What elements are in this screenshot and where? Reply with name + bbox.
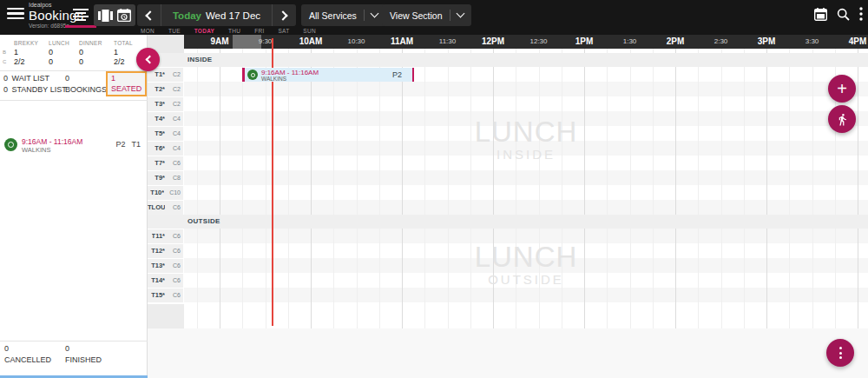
- search-icon[interactable]: [837, 8, 850, 21]
- table-capacity: C4: [170, 145, 181, 151]
- wait-list-label: WAIT LIST: [12, 74, 50, 83]
- grid-row-t3[interactable]: [184, 96, 868, 111]
- grid-row-t4[interactable]: [184, 111, 868, 126]
- grid-row-t12[interactable]: [184, 243, 868, 258]
- day-strip-item[interactable]: TUE: [168, 28, 181, 35]
- grid-row-t5[interactable]: [184, 126, 868, 141]
- table-name: T3*: [155, 100, 165, 108]
- grid-row-t13[interactable]: [184, 258, 868, 273]
- finished-filter[interactable]: 0 FINISHED: [65, 343, 102, 365]
- time-tick: 1PM: [565, 35, 603, 49]
- table-label-t6[interactable]: T6*C4: [148, 142, 183, 156]
- table-label-t11[interactable]: T11*C6: [148, 229, 183, 243]
- sidebar: BREKKY LUNCH DINNER TOTAL B 1 0 0 1 C 2/…: [0, 35, 148, 378]
- table-label-t14[interactable]: T14*C6: [148, 274, 183, 288]
- table-label-t13[interactable]: T13*C6: [148, 259, 183, 273]
- add-walkin-button[interactable]: [828, 105, 856, 133]
- timeline-grid[interactable]: [184, 49, 868, 328]
- time-tick: 4PM: [838, 35, 868, 49]
- grid-line: [721, 49, 722, 328]
- time-tick: 10AM: [292, 35, 330, 49]
- table-label-t10[interactable]: T10*C10: [148, 186, 183, 200]
- chevron-left-icon: [145, 56, 154, 64]
- grid-line: [653, 49, 654, 328]
- time-tick: 1:30: [611, 35, 649, 49]
- button-divider: [364, 10, 365, 21]
- booking-list-item[interactable]: 9:16AM - 11:16AM WALKINS P2 T1: [0, 135, 148, 157]
- stat-value: 0: [49, 57, 79, 66]
- day-strip-item[interactable]: MON: [141, 28, 155, 35]
- collapse-sidebar-button[interactable]: [136, 48, 160, 71]
- floor-view-icon[interactable]: [98, 10, 113, 22]
- day-strip-item[interactable]: THU: [228, 28, 240, 35]
- calendar-clock-view-icon[interactable]: [117, 9, 131, 22]
- grid-line: [424, 49, 425, 328]
- seated-filter[interactable]: 1 SEATED: [106, 71, 147, 96]
- table-label-t12[interactable]: T12*C6: [148, 244, 183, 258]
- grid-line: [288, 49, 289, 328]
- grid-row-t7[interactable]: [184, 156, 868, 170]
- grid-row-t6[interactable]: [184, 141, 868, 156]
- view-section-dropdown[interactable]: View Section: [382, 4, 471, 26]
- calendar-icon[interactable]: [814, 8, 827, 21]
- cancelled-filter[interactable]: 0 CANCELLED: [4, 343, 51, 365]
- table-capacity: C6: [170, 292, 181, 298]
- table-label-t5[interactable]: T5*C4: [148, 127, 183, 141]
- table-label-t4[interactable]: T4*C4: [148, 112, 183, 126]
- grid-row-t2[interactable]: [184, 82, 868, 96]
- all-services-label: All Services: [309, 10, 357, 21]
- overflow-menu-icon[interactable]: [859, 7, 863, 21]
- table-capacity: C8: [170, 175, 181, 181]
- table-name: T10*: [150, 189, 164, 196]
- grid-line: [197, 49, 198, 328]
- table-label-t2[interactable]: T2*C2: [148, 83, 183, 96]
- section-band-inside: INSIDE: [148, 53, 868, 67]
- table-capacity: C6: [170, 248, 181, 254]
- table-label-t9[interactable]: T9*C8: [148, 171, 183, 185]
- stat-value: 0: [79, 57, 114, 66]
- grid-row-t11[interactable]: [184, 229, 868, 243]
- time-tick: 12:30: [520, 35, 558, 49]
- day-strip-item[interactable]: FRI: [254, 28, 264, 35]
- bookings-filter[interactable]: 0 BOOKINGS: [65, 73, 107, 95]
- table-name: T9*: [155, 174, 165, 182]
- timeline-view-icon[interactable]: [70, 5, 91, 23]
- day-strip-item[interactable]: TODAY: [194, 28, 215, 35]
- grid-row-t10[interactable]: [184, 185, 868, 200]
- prev-day-button[interactable]: [137, 4, 161, 26]
- day-strip-item[interactable]: SAT: [278, 28, 289, 35]
- grid-line: [675, 49, 676, 328]
- cancelled-label: CANCELLED: [4, 355, 51, 366]
- table-capacity: C2: [170, 71, 181, 77]
- day-strip-item[interactable]: SUN: [303, 28, 316, 35]
- grid-row-t9[interactable]: [184, 170, 868, 185]
- seated-status-icon: [4, 138, 17, 151]
- hamburger-menu-icon[interactable]: [7, 8, 24, 20]
- finished-label: FINISHED: [65, 355, 102, 366]
- table-label-tloun[interactable]: TLOUN...C6: [148, 201, 183, 215]
- grid-line: [562, 49, 562, 328]
- seated-count: 1: [111, 74, 141, 84]
- more-actions-button[interactable]: [826, 339, 854, 367]
- grid-line: [630, 49, 631, 328]
- stats-row-key: C: [0, 59, 14, 64]
- table-label-t15[interactable]: T15*C6: [148, 288, 183, 302]
- all-services-dropdown[interactable]: All Services: [301, 4, 385, 26]
- table-name: T14*: [151, 276, 165, 284]
- next-day-button[interactable]: [272, 4, 296, 26]
- table-label-t7[interactable]: T7*C6: [148, 156, 183, 170]
- table-label-t3[interactable]: T3*C2: [148, 97, 183, 111]
- table-capacity: C2: [170, 101, 181, 107]
- grid-row-t14[interactable]: [184, 273, 868, 288]
- add-booking-button[interactable]: +: [828, 75, 856, 103]
- waitlist-counts[interactable]: 0 WAIT LIST 0 STANDBY LIST: [3, 73, 67, 95]
- booking-block[interactable]: 9:16AM - 11:16AM WALKINS P2: [242, 68, 414, 82]
- table-name: T13*: [151, 262, 165, 269]
- time-tick: 3PM: [747, 35, 786, 49]
- time-tick: 3:30: [793, 35, 832, 49]
- grid-row-t15[interactable]: [184, 288, 868, 302]
- grid-row-tloun[interactable]: [184, 200, 868, 215]
- current-date-button[interactable]: TodayWed 17 Dec: [161, 10, 272, 21]
- grid-line: [584, 49, 585, 328]
- time-tick: 2PM: [656, 35, 694, 49]
